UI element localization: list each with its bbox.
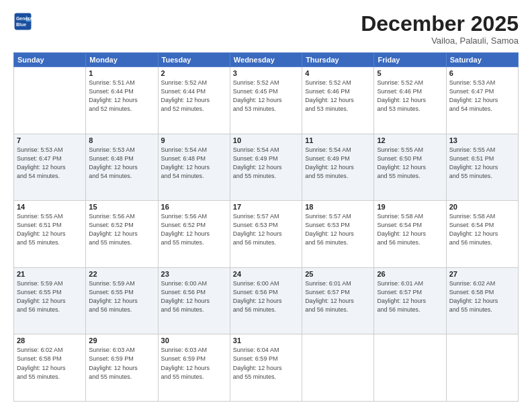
- table-row: [14, 67, 86, 134]
- day-number: 30: [161, 336, 227, 345]
- day-info: Sunrise: 5:51 AM Sunset: 6:44 PM Dayligh…: [89, 79, 154, 113]
- table-row: 18Sunrise: 5:57 AM Sunset: 6:53 PM Dayli…: [302, 201, 374, 268]
- logo-icon: General Blue: [13, 12, 32, 31]
- table-row: 31Sunrise: 6:04 AM Sunset: 6:59 PM Dayli…: [230, 334, 302, 402]
- table-row: 11Sunrise: 5:54 AM Sunset: 6:49 PM Dayli…: [302, 134, 374, 201]
- table-row: 25Sunrise: 6:01 AM Sunset: 6:57 PM Dayli…: [302, 267, 374, 334]
- day-info: Sunrise: 6:00 AM Sunset: 6:56 PM Dayligh…: [233, 279, 299, 314]
- day-info: Sunrise: 6:01 AM Sunset: 6:57 PM Dayligh…: [377, 279, 443, 314]
- calendar-week-row: 1Sunrise: 5:51 AM Sunset: 6:44 PM Daylig…: [14, 67, 519, 134]
- day-info: Sunrise: 6:04 AM Sunset: 6:59 PM Dayligh…: [233, 346, 299, 381]
- day-number: 8: [89, 136, 154, 144]
- calendar-week-row: 28Sunrise: 6:02 AM Sunset: 6:58 PM Dayli…: [14, 334, 519, 402]
- day-number: 15: [89, 203, 154, 211]
- day-info: Sunrise: 5:53 AM Sunset: 6:48 PM Dayligh…: [89, 146, 154, 181]
- table-row: 21Sunrise: 5:59 AM Sunset: 6:55 PM Dayli…: [14, 267, 86, 334]
- day-info: Sunrise: 5:52 AM Sunset: 6:44 PM Dayligh…: [161, 79, 227, 113]
- day-info: Sunrise: 6:02 AM Sunset: 6:58 PM Dayligh…: [17, 346, 83, 381]
- day-number: 18: [305, 203, 371, 211]
- table-row: 24Sunrise: 6:00 AM Sunset: 6:56 PM Dayli…: [230, 267, 302, 334]
- day-info: Sunrise: 5:55 AM Sunset: 6:50 PM Dayligh…: [377, 146, 443, 181]
- svg-text:General: General: [16, 16, 32, 21]
- month-title: December 2025: [361, 12, 519, 36]
- day-info: Sunrise: 5:58 AM Sunset: 6:54 PM Dayligh…: [377, 212, 443, 247]
- table-row: 27Sunrise: 6:02 AM Sunset: 6:58 PM Dayli…: [446, 267, 518, 334]
- table-row: [374, 334, 446, 402]
- day-info: Sunrise: 5:54 AM Sunset: 6:48 PM Dayligh…: [161, 146, 227, 181]
- table-row: 10Sunrise: 5:54 AM Sunset: 6:49 PM Dayli…: [230, 134, 302, 201]
- table-row: 15Sunrise: 5:56 AM Sunset: 6:52 PM Dayli…: [86, 201, 158, 268]
- day-info: Sunrise: 6:03 AM Sunset: 6:59 PM Dayligh…: [161, 346, 227, 381]
- day-info: Sunrise: 6:02 AM Sunset: 6:58 PM Dayligh…: [449, 279, 515, 314]
- table-row: 4Sunrise: 5:52 AM Sunset: 6:46 PM Daylig…: [302, 67, 374, 134]
- day-number: 28: [17, 336, 83, 345]
- table-row: [302, 334, 374, 402]
- day-number: 13: [449, 136, 515, 144]
- day-number: 2: [161, 69, 227, 77]
- table-row: 20Sunrise: 5:58 AM Sunset: 6:54 PM Dayli…: [446, 201, 518, 268]
- calendar-week-row: 21Sunrise: 5:59 AM Sunset: 6:55 PM Dayli…: [14, 267, 519, 334]
- day-info: Sunrise: 5:53 AM Sunset: 6:47 PM Dayligh…: [449, 79, 515, 113]
- day-number: 29: [89, 336, 154, 345]
- day-info: Sunrise: 5:57 AM Sunset: 6:53 PM Dayligh…: [233, 212, 299, 247]
- day-number: 17: [233, 203, 299, 211]
- table-row: 23Sunrise: 6:00 AM Sunset: 6:56 PM Dayli…: [158, 267, 230, 334]
- table-row: 3Sunrise: 5:52 AM Sunset: 6:45 PM Daylig…: [230, 67, 302, 134]
- day-info: Sunrise: 5:56 AM Sunset: 6:52 PM Dayligh…: [89, 212, 154, 247]
- col-saturday: Saturday: [446, 53, 518, 67]
- table-row: 19Sunrise: 5:58 AM Sunset: 6:54 PM Dayli…: [374, 201, 446, 268]
- day-number: 25: [305, 270, 371, 278]
- day-info: Sunrise: 5:52 AM Sunset: 6:46 PM Dayligh…: [377, 79, 443, 113]
- day-number: 10: [233, 136, 299, 144]
- day-info: Sunrise: 6:01 AM Sunset: 6:57 PM Dayligh…: [305, 279, 371, 314]
- col-monday: Monday: [86, 53, 158, 67]
- table-row: 8Sunrise: 5:53 AM Sunset: 6:48 PM Daylig…: [86, 134, 158, 201]
- page: General Blue December 2025 Vailoa, Palau…: [0, 0, 532, 411]
- day-number: 7: [17, 136, 83, 144]
- table-row: 14Sunrise: 5:55 AM Sunset: 6:51 PM Dayli…: [14, 201, 86, 268]
- col-sunday: Sunday: [14, 53, 86, 67]
- day-number: 24: [233, 270, 299, 278]
- day-info: Sunrise: 5:56 AM Sunset: 6:52 PM Dayligh…: [161, 212, 227, 247]
- day-number: 20: [449, 203, 515, 211]
- table-row: 5Sunrise: 5:52 AM Sunset: 6:46 PM Daylig…: [374, 67, 446, 134]
- table-row: 1Sunrise: 5:51 AM Sunset: 6:44 PM Daylig…: [86, 67, 158, 134]
- day-number: 26: [377, 270, 443, 278]
- day-number: 11: [305, 136, 371, 144]
- col-tuesday: Tuesday: [158, 53, 230, 67]
- table-row: 16Sunrise: 5:56 AM Sunset: 6:52 PM Dayli…: [158, 201, 230, 268]
- day-number: 22: [89, 270, 154, 278]
- day-info: Sunrise: 5:52 AM Sunset: 6:45 PM Dayligh…: [233, 79, 299, 113]
- calendar-table: Sunday Monday Tuesday Wednesday Thursday…: [13, 52, 519, 402]
- day-number: 3: [233, 69, 299, 77]
- day-info: Sunrise: 5:59 AM Sunset: 6:55 PM Dayligh…: [89, 279, 154, 314]
- table-row: 6Sunrise: 5:53 AM Sunset: 6:47 PM Daylig…: [446, 67, 518, 134]
- table-row: [446, 334, 518, 402]
- day-info: Sunrise: 5:57 AM Sunset: 6:53 PM Dayligh…: [305, 212, 371, 247]
- table-row: 9Sunrise: 5:54 AM Sunset: 6:48 PM Daylig…: [158, 134, 230, 201]
- table-row: 26Sunrise: 6:01 AM Sunset: 6:57 PM Dayli…: [374, 267, 446, 334]
- day-info: Sunrise: 5:52 AM Sunset: 6:46 PM Dayligh…: [305, 79, 371, 113]
- col-thursday: Thursday: [302, 53, 374, 67]
- svg-text:Blue: Blue: [16, 22, 26, 27]
- calendar-week-row: 7Sunrise: 5:53 AM Sunset: 6:47 PM Daylig…: [14, 134, 519, 201]
- logo: General Blue: [13, 12, 32, 31]
- day-number: 27: [449, 270, 515, 278]
- day-number: 1: [89, 69, 154, 77]
- col-friday: Friday: [374, 53, 446, 67]
- day-number: 12: [377, 136, 443, 144]
- table-row: 12Sunrise: 5:55 AM Sunset: 6:50 PM Dayli…: [374, 134, 446, 201]
- day-info: Sunrise: 5:54 AM Sunset: 6:49 PM Dayligh…: [233, 146, 299, 181]
- day-number: 19: [377, 203, 443, 211]
- day-number: 31: [233, 336, 299, 345]
- table-row: 7Sunrise: 5:53 AM Sunset: 6:47 PM Daylig…: [14, 134, 86, 201]
- day-number: 5: [377, 69, 443, 77]
- day-info: Sunrise: 5:58 AM Sunset: 6:54 PM Dayligh…: [449, 212, 515, 247]
- day-info: Sunrise: 5:55 AM Sunset: 6:51 PM Dayligh…: [17, 212, 83, 247]
- header: General Blue December 2025 Vailoa, Palau…: [13, 12, 519, 46]
- table-row: 17Sunrise: 5:57 AM Sunset: 6:53 PM Dayli…: [230, 201, 302, 268]
- header-right: December 2025 Vailoa, Palauli, Samoa: [361, 12, 519, 46]
- table-row: 13Sunrise: 5:55 AM Sunset: 6:51 PM Dayli…: [446, 134, 518, 201]
- day-number: 16: [161, 203, 227, 211]
- table-row: 29Sunrise: 6:03 AM Sunset: 6:59 PM Dayli…: [86, 334, 158, 402]
